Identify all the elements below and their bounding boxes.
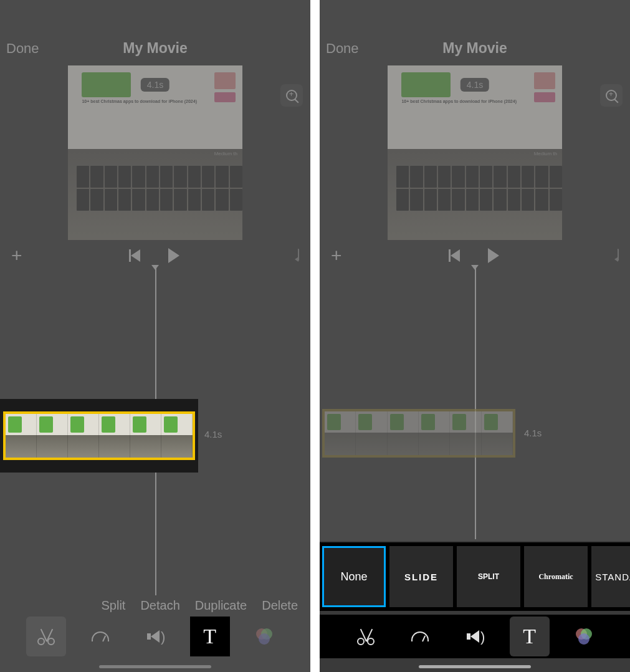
timeline[interactable]: 4.1s [320, 268, 630, 536]
title-style-picker[interactable]: None SLIDE SPLIT Chromatic STANDARD [320, 542, 630, 611]
speed-tool[interactable] [80, 617, 120, 656]
home-indicator[interactable] [99, 665, 211, 668]
text-icon: T [523, 625, 536, 648]
imovie-editor-left: Done My Movie 10+ best Christmas apps to… [0, 0, 310, 672]
video-preview[interactable]: 10+ best Christmas apps to download for … [320, 65, 630, 243]
add-media-button[interactable]: + [331, 245, 342, 266]
delete-action[interactable]: Delete [262, 598, 298, 613]
speedometer-icon [92, 631, 109, 641]
clip-actions: Split Detach Duplicate Delete [0, 598, 310, 613]
filters-tool[interactable] [244, 617, 284, 656]
titles-tool[interactable]: T [190, 617, 230, 656]
video-clip-selected[interactable] [0, 399, 198, 473]
edit-toolbar: T [0, 613, 310, 660]
video-clip-selected[interactable] [322, 408, 515, 458]
preview-article-text: 10+ best Christmas apps to download for … [82, 99, 197, 104]
skip-back-button[interactable] [131, 249, 140, 262]
preview-frame: 10+ best Christmas apps to download for … [68, 65, 242, 240]
imovie-editor-right: Done My Movie 10+ best Christmas apps to… [320, 0, 630, 672]
speed-tool[interactable] [400, 617, 440, 656]
done-button[interactable]: Done [326, 41, 359, 57]
magnify-plus-icon [286, 90, 297, 101]
scissors-icon [357, 628, 375, 645]
filters-tool[interactable] [564, 617, 604, 656]
preview-time-badge: 4.1s [141, 78, 169, 92]
split-action[interactable]: Split [102, 598, 126, 613]
undo-button[interactable] [618, 250, 619, 261]
panel-divider [310, 0, 320, 672]
preview-frame: 10+ best Christmas apps to download for … [388, 65, 562, 240]
filters-icon [256, 628, 272, 645]
video-preview[interactable]: 10+ best Christmas apps to download for … [0, 65, 310, 243]
watermark: Medium th [214, 151, 237, 156]
undo-button[interactable] [298, 250, 299, 261]
zoom-button[interactable] [280, 84, 303, 107]
transport-bar: + [320, 243, 630, 268]
detach-action[interactable]: Detach [140, 598, 179, 613]
project-title: My Movie [123, 40, 188, 57]
volume-tool[interactable] [135, 617, 175, 656]
magnify-plus-icon [606, 90, 617, 101]
speedometer-icon [411, 631, 429, 641]
add-media-button[interactable]: + [11, 245, 22, 266]
timeline[interactable]: 4.1s [0, 268, 310, 595]
playhead[interactable] [475, 268, 476, 539]
header: Done My Movie [0, 31, 310, 65]
scissors-icon [37, 628, 55, 645]
volume-tool[interactable] [455, 617, 495, 656]
play-button[interactable] [168, 248, 179, 263]
play-button[interactable] [488, 248, 499, 263]
watermark: Medium th [534, 151, 557, 156]
cut-tool[interactable] [346, 617, 386, 656]
zoom-button[interactable] [600, 84, 623, 107]
title-style-standard[interactable]: STANDARD [591, 546, 630, 607]
title-style-slide[interactable]: SLIDE [389, 546, 453, 607]
header: Done My Movie [320, 31, 630, 65]
filters-icon [576, 628, 592, 645]
edit-toolbar: T [320, 615, 630, 658]
title-style-none[interactable]: None [322, 546, 386, 607]
project-title: My Movie [442, 40, 507, 57]
clip-duration-label: 4.1s [204, 429, 222, 439]
status-bar [0, 0, 310, 31]
speaker-icon [470, 630, 479, 643]
home-indicator[interactable] [419, 665, 531, 668]
clip-duration-label: 4.1s [524, 428, 542, 438]
title-style-chromatic[interactable]: Chromatic [524, 546, 588, 607]
status-bar [320, 0, 630, 31]
title-style-split[interactable]: SPLIT [457, 546, 520, 607]
titles-tool[interactable]: T [510, 617, 550, 656]
transport-bar: + [0, 243, 310, 268]
preview-article-text: 10+ best Christmas apps to download for … [401, 99, 517, 104]
done-button[interactable]: Done [6, 41, 39, 57]
speaker-icon [151, 630, 160, 643]
cut-tool[interactable] [26, 617, 66, 656]
duplicate-action[interactable]: Duplicate [195, 598, 247, 613]
preview-time-badge: 4.1s [461, 78, 489, 92]
text-icon: T [203, 625, 216, 648]
skip-back-button[interactable] [451, 249, 460, 262]
